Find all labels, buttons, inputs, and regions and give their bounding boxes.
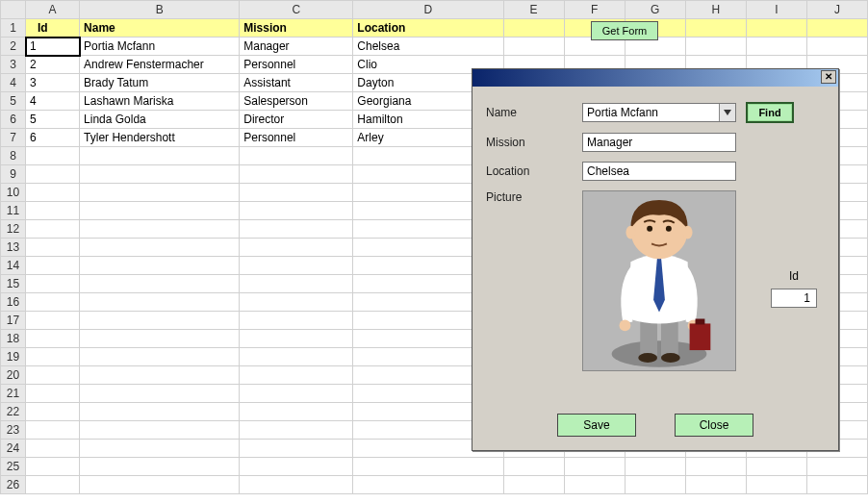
cell[interactable]: Id [26, 19, 80, 38]
cell[interactable]: Director [240, 111, 353, 129]
cell[interactable] [240, 440, 353, 458]
cell[interactable] [26, 293, 80, 312]
cell[interactable] [26, 184, 80, 202]
cell[interactable] [240, 366, 353, 385]
cell[interactable] [240, 312, 353, 330]
row-header[interactable]: 14 [1, 257, 26, 275]
cell[interactable] [80, 220, 240, 239]
row-header[interactable]: 2 [1, 38, 26, 56]
row-header[interactable]: 22 [1, 403, 26, 421]
cell[interactable] [80, 458, 240, 476]
cell[interactable] [806, 19, 867, 38]
row-header[interactable]: 16 [1, 293, 26, 312]
cell[interactable] [26, 476, 80, 494]
cell[interactable] [80, 348, 240, 366]
cell[interactable] [80, 202, 240, 220]
cell[interactable]: Salesperson [240, 92, 353, 111]
row-header[interactable]: 21 [1, 385, 26, 403]
cell[interactable]: Lashawn Mariska [80, 92, 240, 111]
cell[interactable] [26, 220, 80, 239]
cell[interactable]: Personnel [240, 129, 353, 147]
col-header[interactable]: G [625, 1, 685, 19]
row-header[interactable]: 17 [1, 312, 26, 330]
cell[interactable]: 6 [26, 129, 80, 147]
cell[interactable] [564, 458, 625, 476]
cell[interactable]: Assistant [240, 74, 353, 92]
cell[interactable] [240, 147, 353, 165]
cell[interactable] [564, 476, 625, 494]
row-header[interactable]: 5 [1, 92, 26, 111]
cell[interactable]: 5 [26, 111, 80, 129]
cell[interactable] [80, 147, 240, 165]
row-header[interactable]: 1 [1, 19, 26, 38]
row-header[interactable]: 25 [1, 458, 26, 476]
cell[interactable] [685, 38, 746, 56]
cell[interactable] [240, 458, 353, 476]
cell[interactable]: Linda Golda [80, 111, 240, 129]
row-header[interactable]: 26 [1, 476, 26, 494]
location-input[interactable]: Chelsea [582, 162, 736, 181]
cell[interactable] [625, 458, 685, 476]
row-header[interactable]: 18 [1, 330, 26, 348]
cell[interactable] [26, 421, 80, 440]
cell[interactable]: Portia Mcfann [80, 38, 240, 56]
cell[interactable]: Andrew Fenstermacher [80, 56, 240, 74]
cell[interactable]: Location [353, 19, 503, 38]
save-button[interactable]: Save [557, 414, 636, 437]
row-header[interactable]: 8 [1, 147, 26, 165]
cell[interactable] [806, 476, 867, 494]
cell[interactable] [26, 440, 80, 458]
cell[interactable]: Mission [240, 19, 353, 38]
cell[interactable] [26, 330, 80, 348]
cell[interactable]: Name [80, 19, 240, 38]
cell[interactable]: Tyler Hendershott [80, 129, 240, 147]
cell[interactable] [26, 257, 80, 275]
cell[interactable]: 4 [26, 92, 80, 111]
cell[interactable] [80, 257, 240, 275]
cell[interactable] [80, 385, 240, 403]
row-header[interactable]: 23 [1, 421, 26, 440]
row-header[interactable]: 15 [1, 275, 26, 293]
cell[interactable] [746, 19, 806, 38]
cell[interactable]: Brady Tatum [80, 74, 240, 92]
find-button[interactable]: Find [746, 102, 794, 123]
cell[interactable] [240, 293, 353, 312]
cell[interactable] [240, 421, 353, 440]
close-button[interactable]: Close [675, 414, 753, 437]
cell[interactable] [503, 476, 564, 494]
cell[interactable] [26, 385, 80, 403]
select-all-corner[interactable] [1, 1, 26, 19]
cell[interactable] [26, 366, 80, 385]
cell[interactable] [80, 312, 240, 330]
row-header[interactable]: 13 [1, 239, 26, 257]
row-header[interactable]: 6 [1, 111, 26, 129]
cell[interactable] [26, 403, 80, 421]
cell[interactable] [240, 220, 353, 239]
col-header[interactable]: F [564, 1, 625, 19]
cell[interactable] [80, 165, 240, 184]
cell[interactable] [26, 458, 80, 476]
cell[interactable] [240, 385, 353, 403]
cell[interactable] [746, 38, 806, 56]
cell[interactable] [353, 458, 503, 476]
cell[interactable] [503, 38, 564, 56]
cell[interactable]: 2 [26, 56, 80, 74]
cell[interactable] [685, 458, 746, 476]
cell[interactable] [240, 257, 353, 275]
cell[interactable]: Chelsea [353, 38, 503, 56]
row-header[interactable]: 7 [1, 129, 26, 147]
cell[interactable] [240, 275, 353, 293]
col-header[interactable]: H [685, 1, 746, 19]
name-combobox[interactable]: Portia Mcfann [582, 103, 736, 122]
cell[interactable] [806, 38, 867, 56]
cell[interactable] [503, 458, 564, 476]
row-header[interactable]: 12 [1, 220, 26, 239]
cell[interactable] [26, 239, 80, 257]
cell[interactable] [80, 184, 240, 202]
cell[interactable] [240, 330, 353, 348]
cell[interactable] [240, 165, 353, 184]
cell[interactable] [26, 275, 80, 293]
cell[interactable]: Manager [240, 38, 353, 56]
dialog-titlebar[interactable]: ✕ [472, 69, 838, 87]
cell[interactable]: 1 [26, 38, 80, 56]
